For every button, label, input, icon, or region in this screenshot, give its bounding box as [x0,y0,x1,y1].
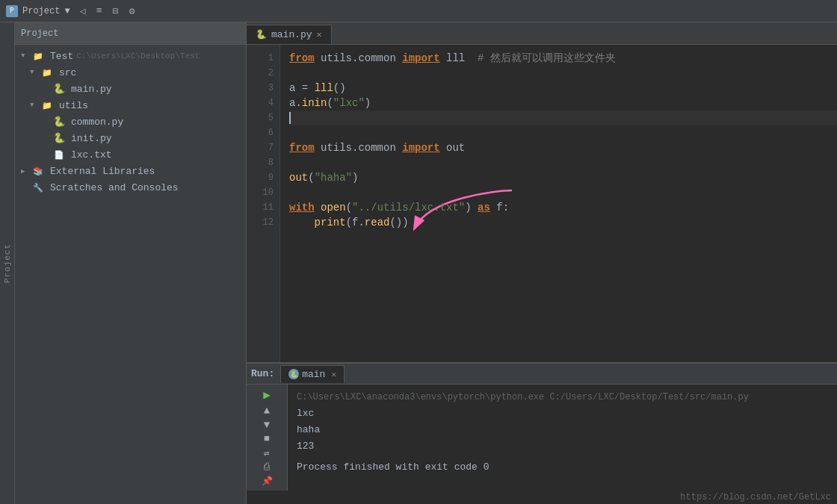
line-number-11: 11 [247,200,279,215]
titlebar-dropdown-arrow[interactable]: ▼ [64,6,70,16]
line-number-1: 1 [247,51,279,66]
code-line-4: a.inin("lxc") [289,96,837,111]
line-number-9: 9 [247,170,279,185]
tree-item-label: utils [59,100,88,111]
project-sidebar-label: Project [0,22,15,504]
code-line-11: with open("../utils/lxc.txt") as f: [289,200,837,215]
watermark: https://blog.csdn.net/GetLxc [247,491,837,504]
sidebar-content: ▼📁TestC:\Users\LXC\Desktop\Test▼📁src🐍mai… [15,45,246,504]
tree-item-label: External Libraries [50,166,155,177]
navigate-back-icon[interactable]: ◁ [76,4,90,18]
line-number-10: 10 [247,185,279,200]
tree-item-label: init.py [71,133,112,144]
console-finished: Process finished with exit code 0 [297,459,828,476]
line-number-12: 12 [247,215,279,230]
line-number-6: 6 [247,125,279,140]
folder-icon: 📁 [40,66,54,78]
run-tab[interactable]: 🐍 main ✕ [280,365,345,383]
tab-label: main.py [271,29,312,40]
app-icon: P [6,5,18,17]
run-tab-close[interactable]: ✕ [331,370,336,379]
editor-area: 🐍 main.py ✕ 123456789101112 from utils.c… [247,22,837,504]
py-file-icon: 🐍 [52,83,66,95]
console-out-2: haha [297,422,828,438]
code-line-7: from utils.common import out [289,140,837,155]
code-line-9: out("haha") [289,170,837,185]
line-number-4: 4 [247,96,279,111]
tree-item-label: common.py [71,116,123,128]
sidebar-header: Project [15,22,246,45]
sidebar-item-lxc-txt[interactable]: 📄lxc.txt [15,146,246,163]
sidebar: Project ▼📁TestC:\Users\LXC\Desktop\Test▼… [15,22,247,504]
bottom-content: ▶ ▲ ▼ ■ ⇌ ⎙ 📌 C:\Users\LXC\anaconda3\env… [247,385,837,491]
tab-close-icon[interactable]: ✕ [317,29,322,40]
project-vertical-text: Project [3,243,12,283]
sidebar-item-utils-folder[interactable]: ▼📁utils [15,97,246,113]
code-editor[interactable]: 123456789101112 from utils.common import… [247,45,837,362]
sidebar-item-scratches[interactable]: 🔧Scratches and Consoles [15,179,246,196]
code-line-3: a = lll() [289,81,837,96]
folder-icon: 📁 [31,50,45,62]
tree-item-label: lxc.txt [71,149,112,161]
titlebar: P Project ▼ ◁ ≡ ⊟ ⚙ [0,0,837,22]
lib-icon: 📚 [31,165,45,177]
titlebar-controls: ◁ ≡ ⊟ ⚙ [76,4,139,18]
sidebar-item-src-folder[interactable]: ▼📁src [15,64,246,81]
tree-item-label: Test [50,51,73,62]
tab-py-icon: 🐍 [256,29,267,40]
code-line-10 [289,185,837,200]
bottom-panel: Run: 🐍 main ✕ ▶ ▲ ▼ ■ ⇌ ⎙ 📌 C [247,362,837,504]
sidebar-item-ext-libs[interactable]: ▶📚External Libraries [15,163,246,179]
code-line-12: print(f.read()) [289,215,837,230]
bottom-tabs: Run: 🐍 main ✕ [247,364,837,385]
console-out-3: 123 [297,438,828,455]
code-line-5 [289,111,837,125]
scratch-icon: 🔧 [31,181,45,193]
code-line-1: from utils.common import lll # 然后就可以调用这些… [289,51,837,66]
sidebar-item-common-py[interactable]: 🐍common.py [15,113,246,130]
collapse-icon[interactable]: ⊟ [109,4,123,18]
tree-item-label: Scratches and Consoles [50,182,179,193]
run-label: Run: [251,368,274,379]
run-tab-label: main [302,369,325,380]
stop-button[interactable]: ■ [256,432,277,445]
pin-button[interactable]: 📌 [256,475,277,488]
scroll-down-button[interactable]: ▼ [256,418,277,431]
tab-main-py[interactable]: 🐍 main.py ✕ [247,25,332,44]
line-number-8: 8 [247,155,279,170]
run-tab-icon: 🐍 [288,369,299,379]
main-area: Project Project ▼📁TestC:\Users\LXC\Deskt… [0,22,837,504]
sidebar-item-test-folder[interactable]: ▼📁TestC:\Users\LXC\Desktop\Test [15,48,246,64]
console-out-1: lxc [297,405,828,422]
print-button[interactable]: ⎙ [256,461,277,473]
console-command: C:\Users\LXC\anaconda3\envs\pytorch\pyth… [297,389,828,405]
code-content[interactable]: from utils.common import lll # 然后就可以调用这些… [280,45,837,362]
wrap-lines-button[interactable]: ⇌ [256,447,277,459]
scroll-up-button[interactable]: ▲ [256,404,277,417]
line-number-3: 3 [247,81,279,96]
line-number-2: 2 [247,66,279,81]
run-play-button[interactable]: ▶ [256,388,277,402]
sidebar-header-label: Project [21,28,58,39]
tab-bar: 🐍 main.py ✕ [247,22,837,45]
line-numbers: 123456789101112 [247,45,280,362]
folder-icon: 📁 [40,99,54,111]
py-file-icon: 🐍 [52,132,66,144]
txt-file-icon: 📄 [52,149,66,161]
code-line-6 [289,125,837,140]
console-output: C:\Users\LXC\anaconda3\envs\pytorch\pyth… [288,385,837,491]
sidebar-item-init-py[interactable]: 🐍init.py [15,130,246,146]
sidebar-item-main-py[interactable]: 🐍main.py [15,81,246,97]
titlebar-left: P Project ▼ [6,5,70,17]
tree-item-label: src [59,67,76,78]
bottom-toolbar: ▶ ▲ ▼ ■ ⇌ ⎙ 📌 [247,385,288,491]
project-title: Project [22,6,60,16]
settings-icon[interactable]: ⚙ [126,4,139,18]
line-number-5: 5 [247,111,279,125]
py-file-icon: 🐍 [52,116,66,128]
code-line-2 [289,66,837,81]
navigate-forward-icon[interactable]: ≡ [93,4,106,18]
line-number-7: 7 [247,140,279,155]
code-line-8 [289,155,837,170]
tree-item-label: main.py [71,84,112,95]
